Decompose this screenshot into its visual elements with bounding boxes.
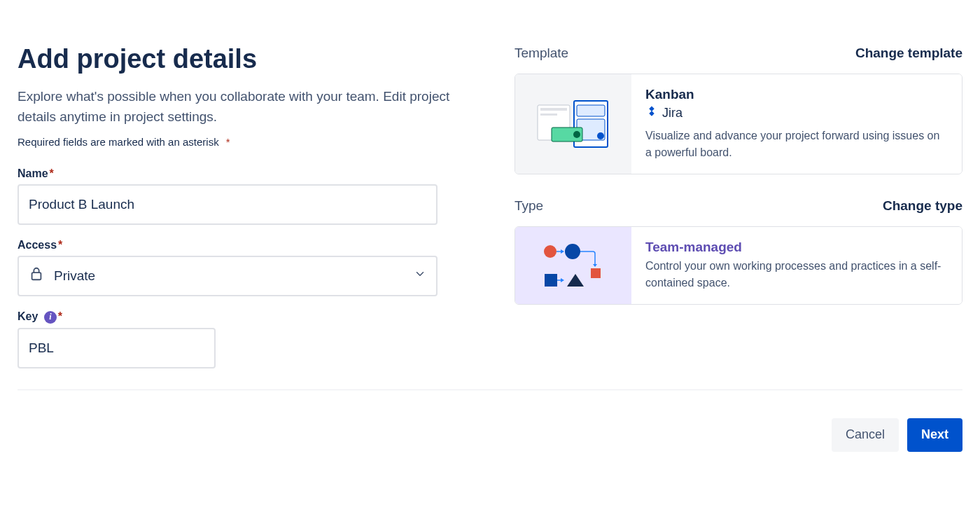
jira-logo-icon	[645, 105, 658, 120]
key-input[interactable]	[18, 328, 216, 368]
name-label: Name*	[18, 167, 479, 180]
access-select[interactable]: Private	[18, 256, 438, 296]
next-button[interactable]: Next	[907, 418, 962, 452]
page-title: Add project details	[18, 46, 479, 74]
template-card-product: Jira	[662, 106, 682, 120]
key-label: Key i*	[18, 310, 479, 324]
svg-rect-12	[591, 268, 601, 278]
lock-icon	[29, 266, 44, 285]
footer-actions: Cancel Next	[18, 389, 962, 452]
svg-rect-13	[545, 274, 557, 287]
access-label: Access*	[18, 239, 479, 251]
svg-point-10	[544, 245, 556, 258]
type-card[interactable]: Team-managed Control your own working pr…	[514, 226, 962, 305]
info-icon[interactable]: i	[44, 311, 57, 324]
type-section-label: Type	[514, 198, 543, 214]
name-input[interactable]	[18, 184, 438, 225]
team-managed-illustration	[515, 227, 631, 304]
kanban-illustration	[515, 74, 631, 174]
page-subtitle: Explore what's possible when you collabo…	[18, 86, 479, 127]
template-section-label: Template	[514, 46, 568, 61]
template-card-description: Visualize and advance your project forwa…	[645, 127, 948, 161]
type-card-description: Control your own working processes and p…	[645, 258, 948, 291]
template-card[interactable]: Kanban Jira Visualize and advance your p…	[514, 74, 962, 174]
svg-point-11	[565, 244, 580, 259]
svg-rect-5	[577, 105, 605, 116]
svg-point-7	[597, 132, 604, 139]
access-selected-value: Private	[54, 268, 95, 284]
cancel-button[interactable]: Cancel	[832, 418, 899, 452]
template-card-title: Kanban	[645, 87, 948, 102]
svg-rect-0	[32, 273, 41, 280]
change-template-button[interactable]: Change template	[855, 46, 962, 61]
svg-rect-2	[540, 108, 567, 111]
change-type-button[interactable]: Change type	[883, 198, 962, 214]
svg-point-9	[573, 131, 580, 138]
chevron-down-icon	[414, 268, 426, 284]
asterisk-icon: *	[226, 136, 230, 148]
svg-rect-3	[540, 113, 557, 116]
type-card-title: Team-managed	[645, 240, 948, 255]
required-fields-note: Required fields are marked with an aster…	[18, 136, 479, 148]
